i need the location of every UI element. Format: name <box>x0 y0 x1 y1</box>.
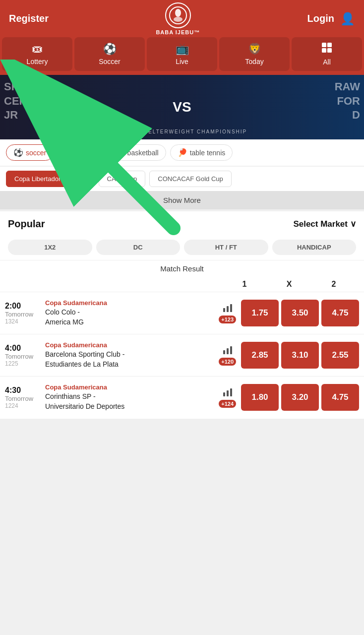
stats-bar-icon <box>223 345 232 356</box>
select-market-button[interactable]: Select Market ∨ <box>293 219 356 229</box>
svg-rect-4 <box>327 43 332 47</box>
match-time-col: 4:00 Tomorrow 1225 <box>5 344 42 367</box>
nav-tab-all[interactable]: All <box>292 37 362 71</box>
register-button[interactable]: Register <box>9 13 49 24</box>
svg-point-1 <box>175 9 181 17</box>
odd-btn-x[interactable]: 3.20 <box>281 384 319 411</box>
match-result-cols: 1 X 2 <box>0 277 364 292</box>
market-tab-dc[interactable]: DC <box>96 240 181 255</box>
logo-icon <box>169 6 187 24</box>
show-more-label: Show More <box>163 196 201 204</box>
svg-rect-14 <box>227 390 229 396</box>
all-icon <box>321 42 332 56</box>
sport-chip-soccer-label: soccer <box>26 149 46 157</box>
match-row: 4:00 Tomorrow 1225 Copa Sudamericana Bar… <box>0 334 364 376</box>
sport-chip-soccer[interactable]: ⚽ soccer <box>6 144 54 161</box>
user-icon[interactable]: 👤 <box>340 12 355 26</box>
odds-group: 2.85 3.10 2.55 <box>241 342 359 369</box>
market-tab-htft[interactable]: HT / FT <box>184 240 268 255</box>
match-stats-badge[interactable]: +120 <box>219 345 236 366</box>
svg-rect-8 <box>227 306 229 312</box>
lottery-icon: 🎟 <box>32 43 43 56</box>
svg-rect-6 <box>327 48 332 53</box>
banner-right-fighter: RAWFORD <box>335 80 360 123</box>
login-button[interactable]: Login <box>307 13 334 24</box>
match-id: 1324 <box>5 318 42 325</box>
market-tab-1x2[interactable]: 1X2 <box>8 240 92 255</box>
odd-btn-2[interactable]: 2.55 <box>321 342 359 369</box>
league-chip-concacaf-label: CONCACAF Gold Cup <box>158 175 223 183</box>
match-info: Copa Sudamericana Barcelona Sporting Clu… <box>45 341 214 369</box>
market-tab-dc-label: DC <box>133 244 143 251</box>
odd-btn-1[interactable]: 2.85 <box>241 342 279 369</box>
tennis-sport-icon: 🎾 <box>65 148 75 157</box>
sport-chip-basketball-label: basketball <box>127 149 159 157</box>
match-row: 4:30 Tomorrow 1224 Copa Sudamericana Cor… <box>0 376 364 418</box>
banner-left-fighter: SPENCERJR <box>4 80 34 123</box>
stats-bar-icon <box>223 387 232 398</box>
banner-subtitle: WORLD WELTERWEIGHT CHAMPIONSHIP <box>117 129 247 134</box>
show-more-button[interactable]: Show More <box>0 191 364 209</box>
nav-tab-live[interactable]: 📺 Live <box>147 37 217 71</box>
today-icon: 🦁 <box>248 43 261 56</box>
odd-btn-x[interactable]: 3.50 <box>281 300 319 326</box>
market-tabs: 1X2 DC HT / FT HANDICAP <box>0 237 364 260</box>
col-2-label: 2 <box>311 280 356 289</box>
match-stats-badge[interactable]: +124 <box>219 387 236 408</box>
header: Register BABA IJEBU™ Login 👤 <box>0 0 364 37</box>
nav-tab-today-label: Today <box>245 58 263 65</box>
match-info: Copa Sudamericana Corinthians SP -Univer… <box>45 383 214 411</box>
league-chip-copa[interactable]: Copa Libertadores/Sud... <box>6 171 95 187</box>
odd-btn-2[interactable]: 4.75 <box>321 384 359 411</box>
odds-group: 1.80 3.20 4.75 <box>241 384 359 411</box>
match-time: 2:00 <box>5 302 42 311</box>
match-teams: Corinthians SP -Universitario De Deporte… <box>45 392 214 411</box>
market-tab-handicap[interactable]: HANDICAP <box>272 240 357 255</box>
nav-tab-soccer[interactable]: ⚽ Soccer <box>74 37 145 71</box>
stats-bar-icon <box>223 303 232 314</box>
league-chip-cafa-label: CAFA Cup <box>107 175 137 183</box>
brand-name: BABA IJEBU™ <box>156 29 200 35</box>
nav-tab-today[interactable]: 🦁 Today <box>219 37 290 71</box>
match-league: Copa Sudamericana <box>45 383 214 391</box>
col-1-label: 1 <box>222 280 267 289</box>
brand-logo: BABA IJEBU™ <box>156 2 200 35</box>
sport-chip-basketball[interactable]: 🏀 basketball <box>108 144 166 161</box>
svg-point-2 <box>174 17 182 22</box>
match-league: Copa Sudamericana <box>45 299 214 307</box>
live-icon: 📺 <box>176 43 189 56</box>
svg-rect-9 <box>230 304 232 312</box>
odd-btn-1[interactable]: 1.75 <box>241 300 279 326</box>
logo-circle <box>165 2 191 28</box>
match-rows-container: 2:00 Tomorrow 1324 Copa Sudamericana Col… <box>0 292 364 419</box>
popular-title: Popular <box>8 218 45 230</box>
soccer-sport-icon: ⚽ <box>13 148 23 157</box>
match-day: Tomorrow <box>5 311 42 318</box>
svg-rect-10 <box>223 350 225 354</box>
select-market-label: Select Market <box>293 219 348 229</box>
nav-tab-lottery[interactable]: 🎟 Lottery <box>2 37 72 71</box>
odd-btn-1[interactable]: 1.80 <box>241 384 279 411</box>
match-stats-badge[interactable]: +123 <box>219 303 236 323</box>
svg-rect-7 <box>223 308 225 312</box>
league-chip-concacaf[interactable]: CONCACAF Gold Cup <box>149 171 231 187</box>
sport-chip-table-tennis[interactable]: 🏓 table tennis <box>170 144 233 161</box>
table-tennis-sport-icon: 🏓 <box>178 148 187 157</box>
odd-btn-2[interactable]: 4.75 <box>321 300 359 326</box>
league-chip-cafa[interactable]: CAFA Cup <box>99 171 146 187</box>
sport-chip-tennis-label: tennis <box>77 149 96 157</box>
nav-tab-live-label: Live <box>176 58 188 65</box>
nav-tab-lottery-label: Lottery <box>27 58 48 65</box>
odd-btn-x[interactable]: 3.10 <box>281 342 319 369</box>
nav-tab-soccer-label: Soccer <box>99 58 121 65</box>
sport-chip-tennis[interactable]: 🎾 tennis <box>58 144 103 161</box>
match-teams: Colo Colo -America MG <box>45 308 214 327</box>
market-tab-1x2-label: 1X2 <box>44 244 56 251</box>
match-id: 1224 <box>5 402 42 409</box>
svg-rect-11 <box>227 348 229 354</box>
match-time: 4:00 <box>5 344 42 353</box>
soccer-icon: ⚽ <box>103 43 117 56</box>
match-time: 4:30 <box>5 386 42 395</box>
match-time-col: 4:30 Tomorrow 1224 <box>5 386 42 409</box>
market-tab-handicap-label: HANDICAP <box>297 244 331 251</box>
